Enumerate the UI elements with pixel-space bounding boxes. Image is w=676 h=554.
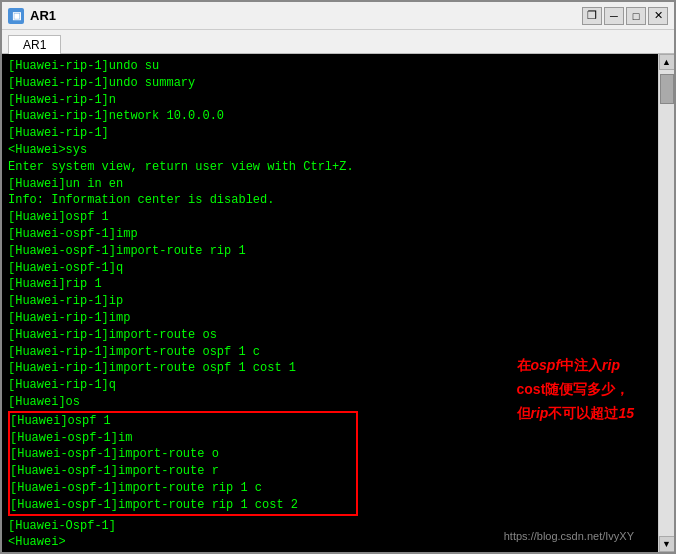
window-title: AR1 xyxy=(30,8,56,23)
annotation-line2: cost随便写多少， xyxy=(517,378,634,402)
title-bar: ▣ AR1 ❐ ─ □ ✕ xyxy=(2,2,674,30)
restore-button[interactable]: ❐ xyxy=(582,7,602,25)
highlighted-line: [Huawei]ospf 1 xyxy=(10,413,356,430)
title-bar-left: ▣ AR1 xyxy=(8,8,56,24)
terminal-line: <Huawei>sys xyxy=(8,142,652,159)
tab-ar1[interactable]: AR1 xyxy=(8,35,61,54)
annotation: 在ospf中注入rip cost随便写多少， 但rip不可以超过15 xyxy=(517,354,634,425)
highlighted-line: [Huawei-ospf-1]import-route rip 1 c xyxy=(10,480,356,497)
terminal-line: [Huawei-rip-1] xyxy=(8,125,652,142)
terminal-line: [Huawei-ospf-1]imp xyxy=(8,226,652,243)
highlighted-line: [Huawei-ospf-1]im xyxy=(10,430,356,447)
content-area: [Huawei-rip-1]undo su [Huawei-rip-1]undo… xyxy=(2,54,674,552)
minimize-button[interactable]: ─ xyxy=(604,7,624,25)
highlighted-line: [Huawei-ospf-1]import-route o xyxy=(10,446,356,463)
terminal-line: Info: Information center is disabled. xyxy=(8,192,652,209)
app-icon: ▣ xyxy=(8,8,24,24)
highlighted-block: [Huawei]ospf 1 [Huawei-ospf-1]im [Huawei… xyxy=(8,411,358,516)
scrollbar[interactable]: ▲ ▼ xyxy=(658,54,674,552)
terminal-line: [Huawei-rip-1]n xyxy=(8,92,652,109)
terminal-line: [Huawei-rip-1]import-route os xyxy=(8,327,652,344)
terminal-line: [Huawei]rip 1 xyxy=(8,276,652,293)
highlighted-line: [Huawei-ospf-1]import-route r xyxy=(10,463,356,480)
annotation-line1: 在ospf中注入rip xyxy=(517,354,634,378)
terminal-line: [Huawei-ospf-1]q xyxy=(8,260,652,277)
close-button[interactable]: ✕ xyxy=(648,7,668,25)
terminal-line: [Huawei-rip-1]ip xyxy=(8,293,652,310)
terminal-line: Enter system view, return user view with… xyxy=(8,159,652,176)
window-controls[interactable]: ❐ ─ □ ✕ xyxy=(582,7,668,25)
terminal-line: [Huawei]un in en xyxy=(8,176,652,193)
terminal-line: [Huawei]ospf 1 xyxy=(8,209,652,226)
maximize-button[interactable]: □ xyxy=(626,7,646,25)
annotation-line3: 但rip不可以超过15 xyxy=(517,402,634,426)
main-window: ▣ AR1 ❐ ─ □ ✕ AR1 [Huawei-rip-1]undo su … xyxy=(0,0,676,554)
scroll-up-arrow[interactable]: ▲ xyxy=(659,54,675,70)
terminal-line: <Huawei> xyxy=(8,551,652,552)
url-label: https://blog.csdn.net/IvyXY xyxy=(504,529,634,544)
terminal-line: [Huawei-ospf-1]import-route rip 1 xyxy=(8,243,652,260)
terminal-line: [Huawei-rip-1]undo su xyxy=(8,58,652,75)
terminal-line: [Huawei-rip-1]undo summary xyxy=(8,75,652,92)
highlighted-line: [Huawei-ospf-1]import-route rip 1 cost 2 xyxy=(10,497,356,514)
scroll-down-arrow[interactable]: ▼ xyxy=(659,536,675,552)
tab-bar: AR1 xyxy=(2,30,674,54)
scroll-track[interactable] xyxy=(659,70,674,536)
terminal[interactable]: [Huawei-rip-1]undo su [Huawei-rip-1]undo… xyxy=(2,54,658,552)
terminal-line: [Huawei-rip-1]network 10.0.0.0 xyxy=(8,108,652,125)
terminal-line: [Huawei-rip-1]imp xyxy=(8,310,652,327)
scroll-thumb[interactable] xyxy=(660,74,674,104)
